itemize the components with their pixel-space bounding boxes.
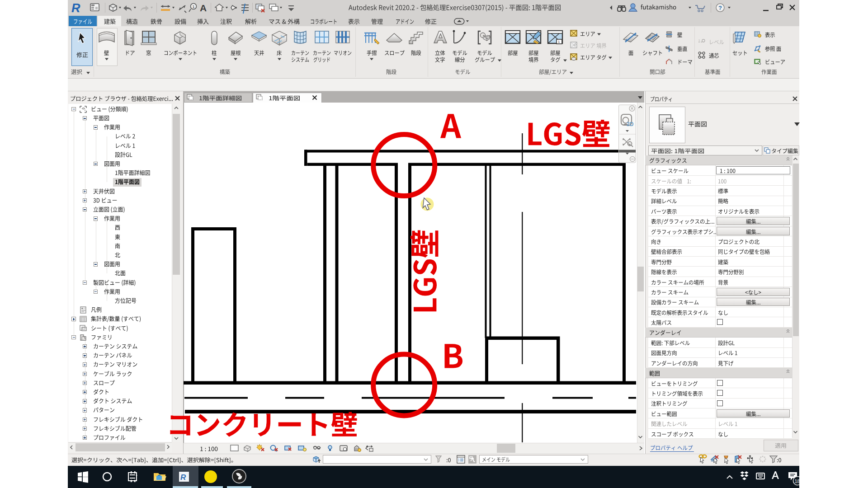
svg-text:A: A: [200, 3, 207, 13]
svg-text:18: 18: [795, 479, 800, 484]
svg-text:1: 1: [558, 40, 560, 44]
svg-text:1: 1: [193, 5, 195, 9]
svg-text:R: R: [71, 1, 80, 15]
svg-text:R: R: [180, 473, 186, 482]
svg-text:1: 1: [698, 39, 700, 42]
svg-text:2D: 2D: [627, 121, 634, 127]
svg-text:?: ?: [718, 5, 722, 11]
